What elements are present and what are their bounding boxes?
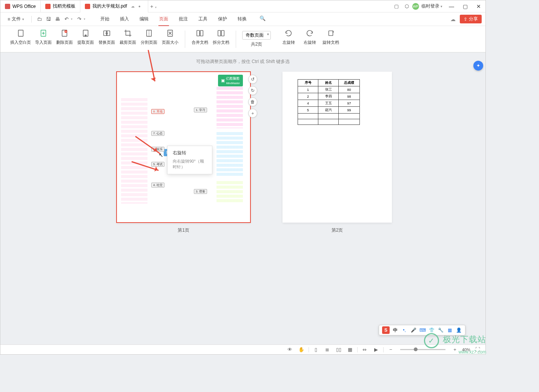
two-page-icon[interactable]: ▯▯ [335, 346, 343, 354]
replace-page-button[interactable]: 替换页面 [98, 29, 115, 45]
rotate-doc-button[interactable]: 旋转文档 [322, 29, 339, 45]
split-page-button[interactable]: 分割页面 [140, 29, 158, 45]
svg-rect-9 [197, 31, 200, 36]
rotate-right-icon [306, 29, 314, 37]
tab-comment[interactable]: 批注 [178, 14, 189, 24]
content-area: 可拖动调整页面顺序，按住 Ctrl 或 Shift 键多选 ▣ 亿图脑图Mind… [0, 53, 485, 344]
ribbon-label: 删除页面 [56, 40, 73, 45]
open-icon[interactable]: 🗀 [35, 15, 43, 23]
page-thumbnail-2[interactable]: 序号姓名总成绩 1张三80 2李四98 4王五97 5赵六99 [283, 72, 392, 223]
view-mode-icon[interactable]: 👁 [286, 346, 294, 354]
replace-page-icon [103, 29, 111, 37]
add-float-button[interactable]: ＋ [248, 109, 257, 118]
rotate-left-button[interactable]: 左旋转 [280, 29, 297, 45]
ime-lang-button[interactable]: 中 [392, 327, 399, 334]
ime-keyboard-icon[interactable]: ⌨ [419, 327, 426, 334]
ime-shirt-icon[interactable]: 👕 [428, 327, 435, 334]
search-icon[interactable]: 🔍 [259, 14, 266, 22]
tab-convert[interactable]: 转换 [237, 14, 247, 24]
extract-page-button[interactable]: 提取页面 [77, 29, 94, 45]
zoom-slider[interactable] [400, 349, 445, 350]
print-icon[interactable]: 🖶 [54, 15, 61, 23]
sogou-icon[interactable]: S [382, 326, 390, 334]
page-filter-select[interactable]: 奇数页面 [242, 31, 271, 40]
cube-icon[interactable]: ⬡ [402, 2, 412, 11]
ribbon-label: 页面大小 [162, 40, 178, 45]
close-button[interactable]: ✕ [472, 0, 485, 12]
rotate-left-float-button[interactable]: ↺ [248, 75, 257, 84]
merge-doc-icon [196, 29, 204, 37]
chevron-down-icon[interactable]: ▾ [71, 17, 72, 21]
rotate-right-float-button[interactable]: ↻ [248, 86, 257, 95]
single-page-icon[interactable]: ▯ [312, 346, 320, 354]
rotate-doc-icon [327, 29, 335, 37]
redo-icon[interactable]: ↷ [75, 15, 83, 23]
cursor-icon: ↖ [159, 152, 163, 158]
fit-width-icon[interactable]: ⇔ [361, 346, 369, 354]
table-header: 序号 [298, 80, 318, 86]
file-menu[interactable]: ≡ 文件 ▾ [4, 14, 28, 24]
ime-voice-icon[interactable]: 🎤 [410, 327, 417, 334]
import-page-button[interactable]: 导入页面 [35, 29, 52, 45]
thumb-label-1: 第1页 [178, 227, 189, 234]
continuous-icon[interactable]: ≣ [323, 346, 332, 354]
zoom-in-button[interactable]: + [451, 346, 459, 354]
ime-toolbar[interactable]: S 中 •, 🎤 ⌨ 👕 🔧 ▦ 👤 [379, 325, 465, 335]
tab-page[interactable]: 页面 [158, 14, 169, 24]
ribbon-label: 旋转文档 [322, 40, 339, 45]
document-tab[interactable]: 我的大学规划.pdf ☁ ● [80, 0, 148, 12]
undo-icon[interactable]: ↶ [63, 15, 70, 23]
avatar-icon[interactable]: WP [412, 3, 419, 10]
rotate-right-button[interactable]: 右旋转 [301, 29, 318, 45]
tab-start[interactable]: 开始 [100, 14, 110, 24]
tooltip-title: 右旋转 [173, 150, 207, 156]
mindmap-node: 1. 学习 [194, 108, 207, 112]
insert-blank-page-button[interactable]: 插入空白页 [10, 29, 31, 45]
share-button[interactable]: ⇪ 分享 [460, 15, 482, 23]
ime-grid-icon[interactable]: ▦ [446, 327, 453, 334]
page-size-button[interactable]: 页面大小 [161, 29, 179, 45]
login-label[interactable]: 临时登录 ▾ [421, 3, 442, 9]
svg-rect-0 [18, 30, 23, 37]
delete-float-button[interactable]: 🗑 [248, 97, 257, 106]
data-table: 序号姓名总成绩 1张三80 2李四98 4王五97 5赵六99 [298, 79, 360, 125]
cloud-icon[interactable]: ☁ [449, 15, 457, 23]
presentation-icon[interactable]: ▶ [372, 346, 380, 354]
template-tab[interactable]: 找稻壳模板 [41, 0, 80, 12]
delete-page-button[interactable]: 删除页面 [56, 29, 73, 45]
merge-doc-button[interactable]: 合并文档 [191, 29, 209, 45]
wps-home-tab[interactable]: WPS Office [0, 0, 41, 12]
ribbon-label: 右旋转 [304, 40, 316, 45]
template-icon [45, 4, 51, 9]
tab-tools[interactable]: 工具 [198, 14, 208, 24]
layout-icon[interactable]: ▢ [392, 2, 401, 11]
tab-menu-icon[interactable]: ● [138, 4, 141, 8]
split-doc-button[interactable]: 拆分文档 [212, 29, 230, 45]
ime-tool-icon[interactable]: 🔧 [437, 327, 444, 334]
chevron-down-icon: ▾ [155, 6, 157, 9]
save-icon[interactable]: 🖫 [45, 15, 52, 23]
tab-protect[interactable]: 保护 [217, 14, 228, 24]
ime-person-icon[interactable]: 👤 [455, 327, 462, 334]
svg-rect-13 [329, 31, 333, 36]
status-bar: 👁 ✋ ▯ ≣ ▯▯ ▦ ⇔ ▶ − + 40% ⛶ [0, 344, 485, 354]
crop-page-button[interactable]: 裁剪页面 [119, 29, 137, 45]
ribbon-label: 裁剪页面 [120, 40, 136, 45]
fullscreen-icon[interactable]: ⛶ [473, 346, 482, 354]
assistant-fab[interactable]: ✦ [473, 61, 483, 71]
table-row: 5赵六99 [298, 107, 360, 114]
hand-tool-icon[interactable]: ✋ [297, 346, 306, 354]
tab-edit[interactable]: 编辑 [139, 14, 149, 24]
minimize-button[interactable]: — [445, 0, 458, 12]
chevron-down-icon[interactable]: ▾ [84, 17, 85, 21]
delete-page-icon [60, 29, 69, 37]
zoom-out-button[interactable]: − [387, 346, 395, 354]
thumbnail-icon[interactable]: ▦ [346, 346, 354, 354]
new-tab-button[interactable]: + ▾ [148, 3, 159, 9]
ime-punct-icon[interactable]: •, [401, 327, 408, 334]
doc-label: 我的大学规划.pdf [92, 3, 127, 9]
tab-insert[interactable]: 插入 [119, 14, 130, 24]
chevron-down-icon: ▾ [22, 17, 24, 21]
maximize-button[interactable]: ▢ [458, 0, 472, 12]
title-bar: WPS Office 找稻壳模板 我的大学规划.pdf ☁ ● + ▾ ▢ ⬡ … [0, 0, 485, 12]
